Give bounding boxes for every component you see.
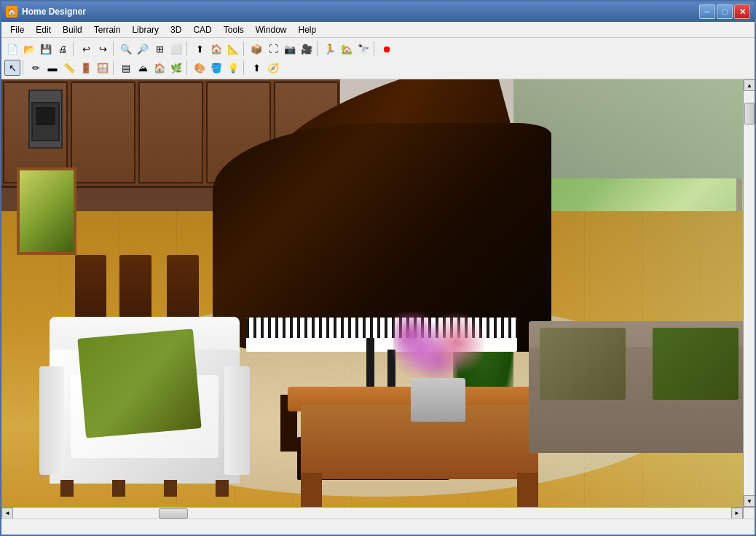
select-window-button[interactable]: ⬜ [168,41,184,57]
camera-button[interactable]: 📷 [282,41,298,57]
maximize-button[interactable]: □ [717,4,733,19]
armchair-leg-3 [164,480,178,497]
menu-file[interactable]: File [4,23,30,36]
walkthrough-button[interactable]: 🏃 [322,41,338,57]
title-bar-left: 🏠 Home Designer [6,6,86,17]
armchair-pillow [77,328,202,438]
plant-button[interactable]: 🌿 [168,60,184,76]
minimize-button[interactable]: ─ [699,4,715,19]
measure-button[interactable]: 📏 [61,60,77,76]
fullscreen-button[interactable]: ⛶ [265,41,281,57]
scroll-left-button[interactable]: ◄ [1,508,13,519]
scene: isthiswall.blogspot.com [1,79,755,519]
oven [28,90,63,149]
candle-1 [366,338,374,387]
scroll-down-button[interactable]: ▼ [744,495,755,507]
sep-1 [73,42,76,56]
sep-5 [317,42,320,56]
main-area: isthiswall.blogspot.com ▲ ▼ ◄ ► [1,79,755,519]
horizontal-scrollbar[interactable]: ◄ ► [1,507,743,519]
menu-3d[interactable]: 3D [165,23,187,36]
camera2-button[interactable]: 🎥 [299,41,315,57]
wall-art-frame [17,168,77,256]
armchair-leg-1 [60,480,74,497]
perspective-button[interactable]: 📦 [248,41,264,57]
roof-button[interactable]: 🏠 [151,60,168,76]
scroll-right-button[interactable]: ► [731,508,743,519]
title-controls: ─ □ ✕ [699,4,750,19]
status-bar [1,519,755,535]
armchair [39,317,251,484]
redo-button[interactable]: ↪ [95,41,111,57]
menu-edit[interactable]: Edit [30,23,57,36]
cabinet-door-3 [138,82,203,184]
window-tool-button[interactable]: 🪟 [95,60,111,76]
scroll-corner [743,507,755,519]
floor-up-button[interactable]: 🏠 [208,41,224,57]
sep-7 [23,60,25,75]
material-button[interactable]: 🪣 [208,60,224,76]
sep-4 [243,42,246,56]
menu-tools[interactable]: Tools [218,23,250,36]
nav-button[interactable]: 🧭 [265,60,281,76]
door-tool-button[interactable]: 🚪 [78,60,94,76]
sep-2 [113,42,116,56]
menu-cad[interactable]: CAD [187,23,217,36]
select-tool-button[interactable]: ↖ [4,60,20,76]
zoom-out-button[interactable]: 🔍 [118,41,134,57]
grand-piano [213,123,551,409]
record-button[interactable]: ⏺ [379,41,395,57]
app-icon: 🏠 [6,6,17,17]
window-title: Home Designer [22,7,86,17]
sep-9 [186,60,189,75]
exterior-button[interactable]: 🏡 [339,41,355,57]
vertical-scroll-thumb[interactable] [744,103,755,125]
open-button[interactable]: 📂 [21,41,37,57]
armchair-arm-left [39,366,65,475]
vertical-scrollbar[interactable]: ▲ ▼ [743,79,755,507]
toolbar-area: 📄 📂 💾 🖨 ↩ ↪ 🔍 🔎 ⊞ ⬜ ⬆ 🏠 📐 📦 ⛶ 📷 🎥 🏃 🏡 [1,38,755,79]
armchair-legs [60,480,229,497]
menu-library[interactable]: Library [126,23,165,36]
sep-3 [186,42,189,56]
close-button[interactable]: ✕ [734,4,750,19]
fit-button[interactable]: ⊞ [151,41,168,57]
new-button[interactable]: 📄 [4,41,20,57]
overview-button[interactable]: 🔭 [355,41,371,57]
up-view-button[interactable]: ⬆ [248,60,264,76]
up-arrow-button[interactable]: ⬆ [192,41,208,57]
wall-art [20,170,74,253]
scroll-up-button[interactable]: ▲ [744,79,755,91]
save-button[interactable]: 💾 [38,41,54,57]
undo-button[interactable]: ↩ [78,41,94,57]
armchair-leg-4 [216,480,229,497]
toolbar-row-1: 📄 📂 💾 🖨 ↩ ↪ 🔍 🔎 ⊞ ⬜ ⬆ 🏠 📐 📦 ⛶ 📷 🎥 🏃 🏡 [3,39,753,58]
floor-down-button[interactable]: 📐 [225,41,241,57]
paint-button[interactable]: 🎨 [192,60,208,76]
menu-help[interactable]: Help [292,23,322,36]
menu-terrain[interactable]: Terrain [88,23,127,36]
cabinet-door-2 [71,82,135,184]
main-window: 🏠 Home Designer ─ □ ✕ File Edit Build Te… [0,0,756,536]
sofa [529,321,755,453]
light-button[interactable]: 💡 [225,60,241,76]
oven-door [31,102,59,141]
zoom-in-button[interactable]: 🔎 [135,41,151,57]
menu-build[interactable]: Build [57,23,88,36]
3d-viewport[interactable]: isthiswall.blogspot.com ▲ ▼ ◄ ► [1,79,755,519]
sofa-pillow-2 [653,328,739,400]
stair-button[interactable]: ▤ [118,60,134,76]
horizontal-scroll-thumb[interactable] [159,508,188,519]
draw-tool-button[interactable]: ✏ [28,60,44,76]
menu-window[interactable]: Window [250,23,293,36]
toolbar-row-2: ↖ ✏ ▬ 📏 🚪 🪟 ▤ ⛰ 🏠 🌿 🎨 🪣 💡 ⬆ 🧭 [3,58,753,77]
sep-8 [113,60,116,75]
print-button[interactable]: 🖨 [55,41,71,57]
terrain-button[interactable]: ⛰ [135,60,151,76]
wall-tool-button[interactable]: ▬ [44,60,60,76]
menu-bar: File Edit Build Terrain Library 3D CAD T… [1,22,755,38]
sofa-pillow-1 [540,328,626,400]
sep-6 [374,42,377,56]
flower-vase [411,378,465,422]
coffee-table-leg-1 [301,473,322,510]
